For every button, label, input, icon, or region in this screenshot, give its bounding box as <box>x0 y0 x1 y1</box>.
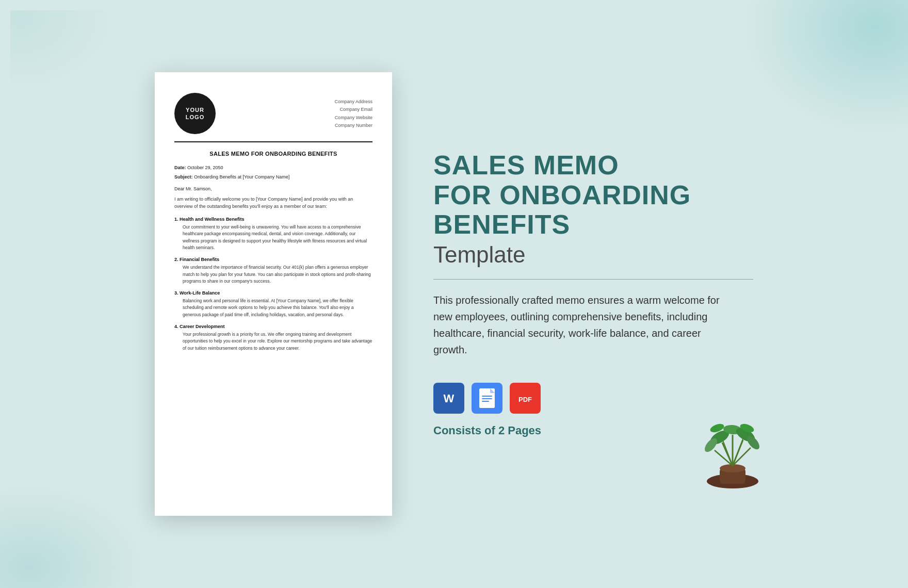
docs-format-icon[interactable] <box>472 383 502 414</box>
section-4-title: 4. Career Development <box>174 324 372 329</box>
info-divider <box>433 279 753 280</box>
doc-section-1: 1. Health and Wellness Benefits Our comm… <box>174 217 372 252</box>
section-3-number: 3. <box>174 290 180 296</box>
section-4-number: 4. <box>174 324 180 329</box>
doc-section-4: 4. Career Development Your professional … <box>174 324 372 352</box>
plant-decoration <box>691 406 764 479</box>
svg-rect-6 <box>482 401 489 402</box>
document-preview: YOUR LOGO Company Address Company Email … <box>155 72 392 516</box>
title-for-onboarding: FOR ONBOARDING <box>433 180 691 210</box>
date-label: Date: <box>174 165 186 170</box>
pdf-icon-svg: PDF <box>514 387 536 409</box>
info-description: This professionally crafted memo ensures… <box>433 292 722 358</box>
company-logo: YOUR LOGO <box>174 93 216 134</box>
svg-text:W: W <box>444 392 455 405</box>
company-website: Company Website <box>334 114 372 122</box>
company-number: Company Number <box>334 122 372 129</box>
header-divider <box>174 141 372 142</box>
title-line-1: SALES MEMO FOR ONBOARDING BENEFITS <box>433 151 753 239</box>
section-3-heading: Work-Life Balance <box>180 290 220 296</box>
doc-section-2: 2. Financial Benefits We understand the … <box>174 257 372 285</box>
section-3-title: 3. Work-Life Balance <box>174 290 372 296</box>
info-title-block: SALES MEMO FOR ONBOARDING BENEFITS Templ… <box>433 151 753 268</box>
company-info: Company Address Company Email Company We… <box>334 93 372 129</box>
title-benefits: BENEFITS <box>433 209 570 239</box>
section-2-number: 2. <box>174 257 180 262</box>
plant-svg <box>691 406 774 489</box>
section-1-number: 1. <box>174 217 180 222</box>
svg-rect-5 <box>482 398 492 399</box>
svg-line-16 <box>733 448 751 466</box>
doc-header: YOUR LOGO Company Address Company Email … <box>174 93 372 134</box>
word-icon-svg: W <box>440 389 458 407</box>
doc-date: Date: October 29, 2050 <box>174 164 372 171</box>
title-sales-memo: SALES MEMO <box>433 150 619 180</box>
section-1-heading: Health and Wellness Benefits <box>180 217 244 222</box>
section-4-heading: Career Development <box>180 324 225 329</box>
doc-greeting: Dear Mr. Samson, <box>174 186 372 191</box>
logo-line2: LOGO <box>186 113 204 121</box>
company-email: Company Email <box>334 106 372 113</box>
doc-section-3: 3. Work-Life Balance Balancing work and … <box>174 290 372 319</box>
section-2-body: We understand the importance of financia… <box>174 264 372 285</box>
section-3-body: Balancing work and personal life is esse… <box>174 298 372 319</box>
subject-label: Subject: <box>174 174 193 179</box>
logo-line1: YOUR <box>186 106 204 113</box>
section-4-body: Your professional growth is a priority f… <box>174 331 372 352</box>
pdf-format-icon[interactable]: PDF <box>510 383 541 414</box>
doc-memo-title: SALES MEMO FOR ONBOARDING BENEFITS <box>174 151 372 157</box>
section-2-heading: Financial Benefits <box>180 257 219 262</box>
section-2-title: 2. Financial Benefits <box>174 257 372 262</box>
svg-rect-4 <box>482 396 492 397</box>
info-panel: SALES MEMO FOR ONBOARDING BENEFITS Templ… <box>433 151 753 437</box>
company-address: Company Address <box>334 98 372 106</box>
docs-icon-svg <box>478 387 496 410</box>
main-container: YOUR LOGO Company Address Company Email … <box>0 0 908 588</box>
section-1-title: 1. Health and Wellness Benefits <box>174 217 372 222</box>
subject-value: Onboarding Benefits at [Your Company Nam… <box>194 174 289 179</box>
doc-intro: I am writing to officially welcome you t… <box>174 195 372 210</box>
info-subtitle: Template <box>433 241 753 269</box>
doc-subject: Subject: Onboarding Benefits at [Your Co… <box>174 173 372 181</box>
doc-sections-list: 1. Health and Wellness Benefits Our comm… <box>174 217 372 352</box>
date-value: October 29, 2050 <box>187 165 223 170</box>
section-1-body: Our commitment to your well-being is unw… <box>174 224 372 252</box>
word-format-icon[interactable]: W <box>433 383 464 414</box>
svg-text:PDF: PDF <box>518 396 532 403</box>
